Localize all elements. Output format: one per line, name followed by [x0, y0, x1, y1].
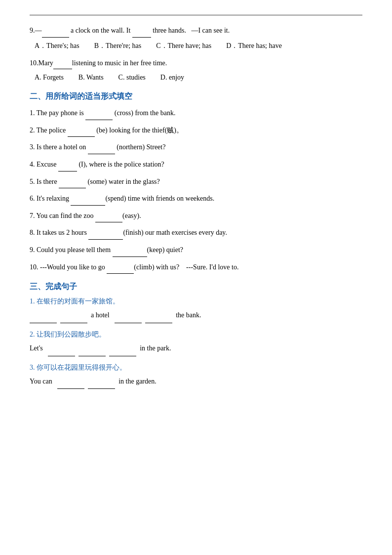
fill-q5-blank — [59, 180, 86, 188]
q10-option-a: A. Forgets — [35, 71, 64, 84]
completion-q1: 1. 在银行的对面有一家旅馆。 a hotel the bank. — [30, 297, 362, 323]
section3-header: 三、完成句子 — [30, 282, 362, 292]
q10-blank — [53, 61, 72, 69]
q9-option-b: B．There're; has — [94, 40, 141, 52]
completion-q3-en: You can in the garden. — [30, 374, 362, 389]
completion-q1-blank2 — [60, 315, 87, 323]
q9-options: A．There's; has B．There're; has C．There h… — [30, 40, 362, 52]
question-10: 10.Marylistening to music in her free ti… — [30, 57, 362, 84]
q10-option-d: D. enjoy — [160, 71, 184, 84]
fill-q3-blank — [88, 146, 115, 154]
q10-option-c: C. studies — [118, 71, 146, 84]
completion-q2: 2. 让我们到公园散步吧。 Let's in the park. — [30, 330, 362, 356]
fill-q10: 10. ---Would you like to go (climb) with… — [30, 261, 362, 274]
completion-q3-cn: 3. 你可以在花园里玩得很开心。 — [30, 363, 362, 372]
section-completion: 1. 在银行的对面有一家旅馆。 a hotel the bank. 2. 让我们… — [30, 297, 362, 389]
completion-q2-blank1 — [48, 348, 75, 356]
completion-q2-cn: 2. 让我们到公园散步吧。 — [30, 330, 362, 339]
completion-q3: 3. 你可以在花园里玩得很开心。 You can in the garden. — [30, 363, 362, 389]
fill-q6-blank — [71, 198, 105, 206]
q10-options: A. Forgets B. Wants C. studies D. enjoy — [30, 71, 362, 84]
q10-option-b: B. Wants — [78, 71, 104, 84]
q9-blank2 — [132, 30, 151, 38]
fill-q4-blank — [58, 164, 77, 171]
q9-option-d: D．There has; have — [226, 40, 282, 52]
completion-q3-blank2 — [88, 381, 115, 389]
fill-q10-blank — [107, 266, 134, 274]
fill-q3: 3. Is there a hotel on (northern) Street… — [30, 141, 362, 154]
section-fill-blanks: 1. The pay phone is (cross) from the ban… — [30, 107, 362, 274]
fill-q1-blank — [85, 112, 113, 120]
fill-q9: 9. Could you please tell them (keep) qui… — [30, 244, 362, 257]
fill-q9-blank — [113, 249, 147, 257]
completion-q2-en: Let's in the park. — [30, 341, 362, 356]
section2-header: 二、用所给词的适当形式填空 — [30, 91, 362, 102]
fill-q4: 4. Excuse (I), where is the police stati… — [30, 158, 362, 171]
fill-q6: 6. It's relaxing (spend) time with frien… — [30, 192, 362, 206]
completion-q2-blank2 — [78, 348, 106, 356]
q10-text: 10.Marylistening to music in her free ti… — [30, 57, 362, 69]
q9-blank1 — [42, 30, 69, 38]
completion-q2-blank3 — [109, 348, 136, 356]
q9-text: 9.— a clock on the wall. It three hands.… — [30, 24, 362, 38]
q9-option-c: C．There have; has — [156, 40, 211, 52]
completion-q1-en: a hotel the bank. — [30, 308, 362, 323]
top-divider — [30, 15, 362, 15]
fill-q7-blank — [95, 214, 122, 222]
completion-q3-blank1 — [57, 381, 84, 389]
question-9: 9.— a clock on the wall. It three hands.… — [30, 24, 362, 52]
fill-q7: 7. You can find the zoo (easy). — [30, 210, 362, 223]
fill-q8-blank — [88, 232, 123, 240]
completion-q1-blank3 — [115, 315, 142, 323]
completion-q1-blank1 — [30, 315, 57, 323]
fill-q2-blank — [68, 129, 95, 137]
section-multiple-choice: 9.— a clock on the wall. It three hands.… — [30, 24, 362, 84]
fill-q8: 8. It takes us 2 hours (finish) our math… — [30, 226, 362, 240]
q9-option-a: A．There's; has — [35, 40, 79, 52]
completion-q1-blank4 — [145, 315, 172, 323]
fill-q2: 2. The police (be) looking for the thief… — [30, 124, 362, 137]
completion-q1-cn: 1. 在银行的对面有一家旅馆。 — [30, 297, 362, 306]
fill-q1: 1. The pay phone is (cross) from the ban… — [30, 107, 362, 120]
fill-q5: 5. Is there (some) water in the glass? — [30, 175, 362, 189]
